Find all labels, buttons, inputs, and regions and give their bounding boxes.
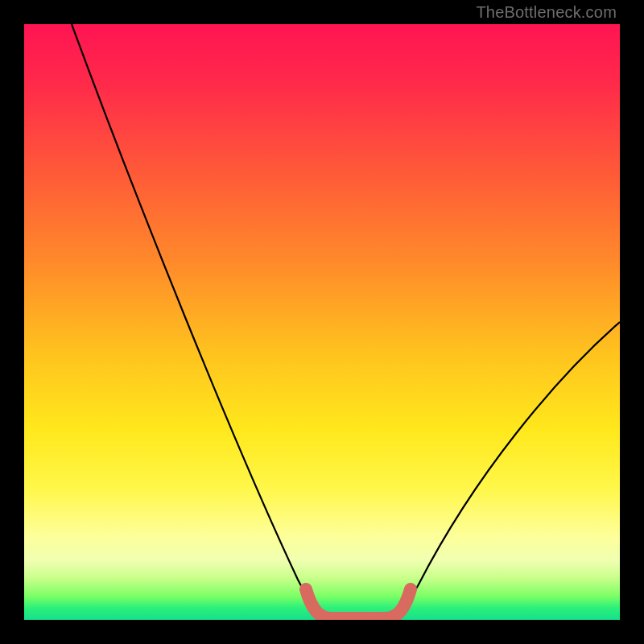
plot-area	[24, 24, 620, 620]
bottleneck-curve-svg	[24, 24, 620, 620]
chart-frame: TheBottleneck.com	[0, 0, 644, 644]
valley-marker	[306, 589, 411, 618]
watermark-text: TheBottleneck.com	[476, 3, 617, 22]
bottleneck-curve	[72, 24, 620, 618]
